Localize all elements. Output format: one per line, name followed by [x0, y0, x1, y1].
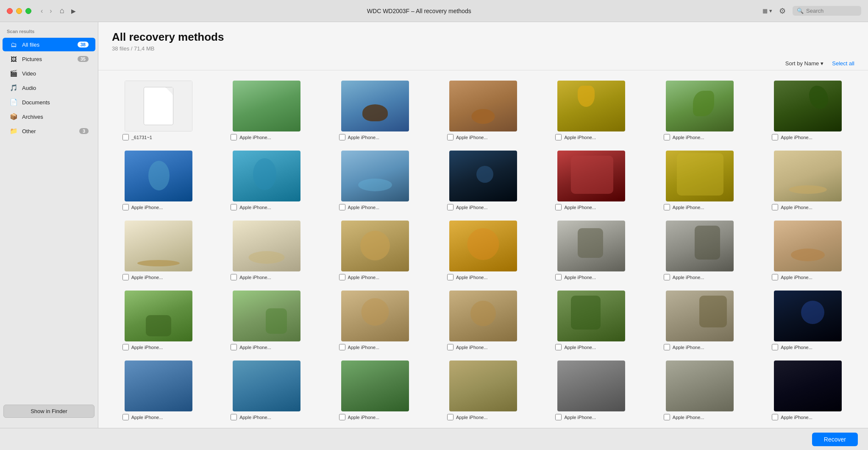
play-button[interactable]: ▶	[71, 8, 76, 14]
grid-item[interactable]: Apple iPhone...	[540, 287, 643, 354]
item-checkbox[interactable]	[555, 274, 562, 280]
item-checkbox[interactable]	[772, 274, 778, 280]
grid-item[interactable]: Apple iPhone...	[107, 287, 210, 354]
item-checkbox[interactable]	[339, 414, 345, 420]
photo-preview	[557, 81, 625, 131]
file-thumbnail	[774, 81, 842, 131]
search-input[interactable]	[806, 8, 857, 14]
sort-button[interactable]: Sort by Name ▾	[785, 60, 823, 67]
sidebar-item-documents[interactable]: 📄 Documents	[3, 95, 95, 109]
sidebar-item-other[interactable]: 📁 Other 3	[3, 124, 95, 138]
select-all-button[interactable]: Select all	[832, 60, 854, 67]
grid-item[interactable]: Apple iPhone...	[540, 147, 643, 214]
item-checkbox[interactable]	[122, 344, 129, 350]
grid-item[interactable]: Apple iPhone...	[540, 357, 643, 424]
item-checkbox[interactable]	[664, 204, 670, 210]
sidebar-item-video[interactable]: 🎬 Video	[3, 67, 95, 80]
filter-button[interactable]: ⚙	[779, 6, 786, 16]
grid-item[interactable]: Apple iPhone...	[648, 287, 751, 354]
grid-item[interactable]: Apple iPhone...	[431, 217, 534, 284]
item-checkbox[interactable]	[555, 344, 562, 350]
recover-button[interactable]: Recover	[812, 433, 858, 446]
close-button[interactable]	[7, 8, 13, 14]
grid-item[interactable]: Apple iPhone...	[323, 357, 426, 424]
sidebar-item-all-files[interactable]: 🗂 All files 38	[3, 38, 95, 51]
grid-item[interactable]: Apple iPhone...	[648, 77, 751, 144]
item-checkbox[interactable]	[122, 134, 129, 140]
grid-item[interactable]: Apple iPhone...	[757, 357, 860, 424]
grid-item[interactable]: Apple iPhone...	[323, 217, 426, 284]
item-checkbox[interactable]	[231, 204, 237, 210]
sidebar-item-audio[interactable]: 🎵 Audio	[3, 81, 95, 95]
view-toggle-button[interactable]: ▦ ▾	[762, 8, 772, 14]
grid-item[interactable]: Apple iPhone...	[215, 77, 318, 144]
item-checkbox[interactable]	[122, 204, 129, 210]
back-button[interactable]: ‹	[38, 6, 45, 17]
item-checkbox[interactable]	[664, 134, 670, 140]
item-checkbox[interactable]	[664, 414, 670, 420]
grid-item[interactable]: Apple iPhone...	[540, 217, 643, 284]
item-checkbox[interactable]	[772, 344, 778, 350]
item-checkbox[interactable]	[339, 274, 345, 280]
grid-item[interactable]: Apple iPhone...	[431, 147, 534, 214]
item-checkbox[interactable]	[447, 274, 453, 280]
item-checkbox[interactable]	[772, 414, 778, 420]
item-checkbox[interactable]	[122, 414, 129, 420]
grid-item[interactable]: Apple iPhone...	[540, 77, 643, 144]
item-checkbox[interactable]	[555, 134, 562, 140]
grid-item[interactable]: Apple iPhone...	[323, 147, 426, 214]
item-row: Apple iPhone...	[555, 134, 627, 140]
grid-item[interactable]: Apple iPhone...	[215, 147, 318, 214]
file-thumbnail	[233, 291, 300, 341]
grid-item[interactable]: Apple iPhone...	[648, 217, 751, 284]
sidebar-item-pictures[interactable]: 🖼 Pictures 35	[3, 52, 95, 66]
item-label: Apple iPhone...	[131, 415, 195, 420]
item-checkbox[interactable]	[447, 344, 453, 350]
grid-item[interactable]: Apple iPhone...	[107, 357, 210, 424]
grid-item[interactable]: Apple iPhone...	[323, 287, 426, 354]
item-checkbox[interactable]	[231, 414, 237, 420]
grid-item[interactable]: Apple iPhone...	[648, 147, 751, 214]
forward-button[interactable]: ›	[47, 6, 54, 17]
item-checkbox[interactable]	[231, 344, 237, 350]
grid-item[interactable]: Apple iPhone...	[215, 287, 318, 354]
grid-item[interactable]: Apple iPhone...	[215, 357, 318, 424]
item-checkbox[interactable]	[772, 204, 778, 210]
item-checkbox[interactable]	[555, 414, 562, 420]
item-checkbox[interactable]	[664, 344, 670, 350]
item-checkbox[interactable]	[772, 134, 778, 140]
item-checkbox[interactable]	[447, 204, 453, 210]
grid-item[interactable]: Apple iPhone...	[107, 217, 210, 284]
grid-item[interactable]: Apple iPhone...	[757, 147, 860, 214]
minimize-button[interactable]	[16, 8, 22, 14]
grid-item[interactable]: Apple iPhone...	[107, 147, 210, 214]
sidebar-item-archives[interactable]: 📦 Archives	[3, 110, 95, 123]
search-icon: 🔍	[797, 8, 804, 14]
grid-item[interactable]: _61731~1	[107, 77, 210, 144]
grid-item[interactable]: Apple iPhone...	[757, 287, 860, 354]
home-button[interactable]: ⌂	[60, 6, 64, 15]
grid-item[interactable]: Apple iPhone...	[431, 287, 534, 354]
maximize-button[interactable]	[25, 8, 31, 14]
grid-item[interactable]: Apple iPhone...	[757, 217, 860, 284]
content-toolbar: Sort by Name ▾ Select all	[98, 57, 868, 70]
item-label: Apple iPhone...	[239, 415, 303, 420]
grid-item[interactable]: Apple iPhone...	[648, 357, 751, 424]
item-checkbox[interactable]	[447, 414, 453, 420]
item-checkbox[interactable]	[555, 204, 562, 210]
item-checkbox[interactable]	[664, 274, 670, 280]
item-checkbox[interactable]	[339, 344, 345, 350]
grid-item[interactable]: Apple iPhone...	[431, 77, 534, 144]
grid-item[interactable]: Apple iPhone...	[215, 217, 318, 284]
sidebar-footer: Show in Finder	[0, 400, 98, 423]
item-checkbox[interactable]	[339, 204, 345, 210]
item-checkbox[interactable]	[447, 134, 453, 140]
show-in-finder-button[interactable]: Show in Finder	[3, 405, 95, 418]
item-checkbox[interactable]	[122, 274, 129, 280]
grid-item[interactable]: Apple iPhone...	[431, 357, 534, 424]
grid-item[interactable]: Apple iPhone...	[323, 77, 426, 144]
item-checkbox[interactable]	[339, 134, 345, 140]
grid-item[interactable]: Apple iPhone...	[757, 77, 860, 144]
item-checkbox[interactable]	[231, 134, 237, 140]
item-checkbox[interactable]	[231, 274, 237, 280]
